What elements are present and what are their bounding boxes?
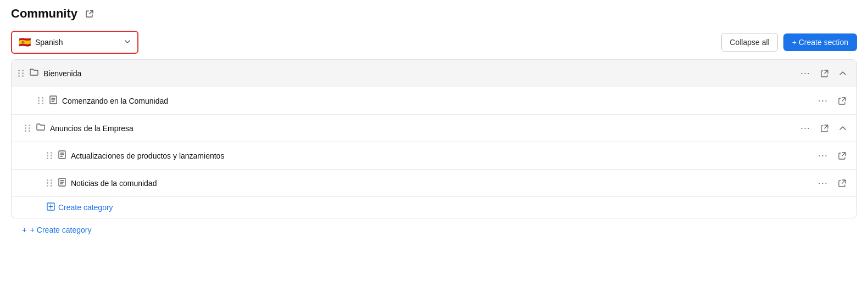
inner-create-category-link[interactable]: Create category bbox=[47, 202, 850, 212]
drag-handle-noticias[interactable] bbox=[47, 179, 53, 187]
drag-handle-anuncios[interactable] bbox=[25, 125, 31, 132]
section-bienvenida-actions: ··· bbox=[797, 65, 850, 81]
collapse-all-button[interactable]: Collapse all bbox=[721, 33, 777, 52]
section-bienvenida-name: Bienvenida bbox=[43, 69, 793, 78]
folder-icon-anuncios bbox=[36, 122, 46, 134]
section-bienvenida-collapse-button[interactable] bbox=[836, 67, 850, 80]
category-comenzando: Comenzando en la Comunidad ··· bbox=[12, 87, 856, 114]
category-comenzando-more-button[interactable]: ··· bbox=[815, 93, 831, 109]
outer-create-category-row: + + Create category bbox=[11, 218, 857, 241]
create-section-button[interactable]: + Create section bbox=[783, 33, 857, 51]
section-anuncios-actions: ··· bbox=[797, 120, 850, 136]
category-noticias-name: Noticias de la comunidad bbox=[71, 179, 810, 188]
category-noticias-actions: ··· bbox=[815, 175, 850, 191]
section-bienvenida-external-button[interactable] bbox=[817, 67, 832, 80]
sections-container: Bienvenida ··· bbox=[11, 59, 857, 218]
outer-plus-icon: + bbox=[22, 225, 27, 234]
folder-icon bbox=[29, 67, 39, 80]
category-actualizaciones: Actualizaciones de productos y lanzamien… bbox=[12, 142, 856, 169]
section-anuncios-collapse-button[interactable] bbox=[836, 122, 850, 134]
category-noticias: Noticias de la comunidad ··· bbox=[12, 169, 856, 196]
drag-handle-actualizaciones[interactable] bbox=[47, 152, 53, 159]
chevron-down-icon bbox=[124, 38, 131, 47]
article-icon-actualizaciones bbox=[58, 150, 66, 161]
category-comenzando-name: Comenzando en la Comunidad bbox=[62, 97, 810, 105]
category-actualizaciones-more-button[interactable]: ··· bbox=[815, 148, 831, 164]
category-noticias-more-button[interactable]: ··· bbox=[815, 175, 831, 191]
section-anuncios-name: Anuncios de la Empresa bbox=[50, 124, 793, 133]
content-area: Bienvenida ··· bbox=[0, 59, 868, 241]
category-comenzando-external-button[interactable] bbox=[834, 94, 850, 108]
article-icon-comenzando bbox=[49, 95, 58, 106]
drag-handle[interactable] bbox=[18, 70, 25, 77]
category-actualizaciones-name: Actualizaciones de productos y lanzamien… bbox=[71, 151, 810, 160]
section-bienvenida-header: Bienvenida ··· bbox=[12, 60, 856, 87]
category-actualizaciones-actions: ··· bbox=[815, 148, 850, 164]
category-actualizaciones-external-button[interactable] bbox=[834, 149, 850, 162]
inner-create-category-row: Create category bbox=[12, 196, 856, 218]
section-anuncios-more-button[interactable]: ··· bbox=[797, 120, 814, 136]
drag-handle-comenzando[interactable] bbox=[38, 97, 44, 104]
language-name: Spanish bbox=[35, 38, 63, 47]
toolbar: 🇪🇸 Spanish Collapse all + Create section bbox=[0, 25, 868, 59]
language-selector-wrapper: 🇪🇸 Spanish bbox=[11, 31, 138, 54]
category-noticias-external-button[interactable] bbox=[834, 177, 850, 190]
create-category-icon bbox=[47, 202, 55, 212]
inner-create-category-label: Create category bbox=[58, 203, 113, 212]
section-bienvenida-more-button[interactable]: ··· bbox=[797, 65, 814, 81]
section-anuncios-header: Anuncios de la Empresa ··· bbox=[12, 114, 856, 142]
category-comenzando-actions: ··· bbox=[815, 93, 850, 109]
page-title: Community bbox=[11, 7, 77, 21]
outer-create-category-label: + Create category bbox=[30, 226, 92, 234]
flag-icon: 🇪🇸 bbox=[19, 36, 31, 48]
page-header: Community bbox=[0, 0, 868, 25]
section-anuncios-external-button[interactable] bbox=[817, 122, 832, 135]
outer-create-category-link[interactable]: + + Create category bbox=[22, 225, 846, 234]
language-dropdown[interactable]: 🇪🇸 Spanish bbox=[14, 33, 135, 52]
page-external-link-icon[interactable] bbox=[82, 7, 97, 20]
article-icon-noticias bbox=[58, 178, 66, 188]
toolbar-actions: Collapse all + Create section bbox=[721, 33, 857, 52]
